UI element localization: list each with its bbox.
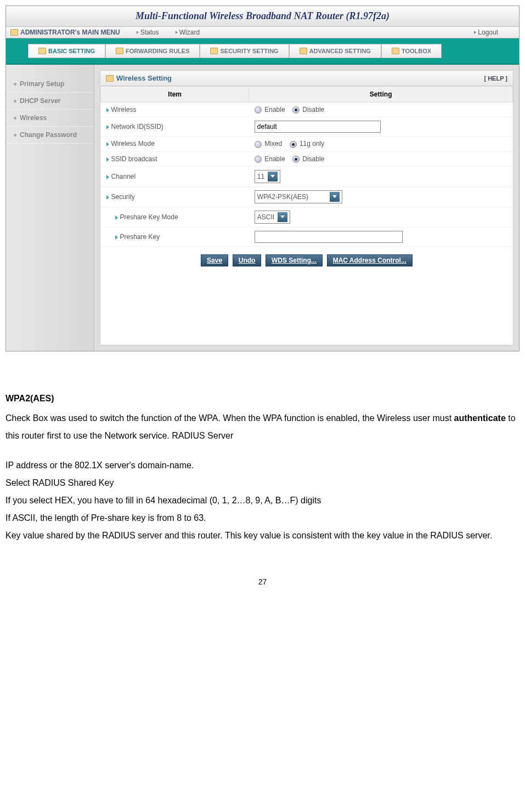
panel-title: Wireless Setting — [106, 74, 172, 82]
radio-mode-11g[interactable] — [290, 141, 297, 148]
tab-toolbox[interactable]: TOOLBOX — [381, 44, 442, 58]
sidebar-item-dhcp-server[interactable]: DHCP Server — [6, 93, 94, 110]
row-ssid-broadcast: SSID broadcast Enable Disable — [101, 151, 513, 166]
th-setting: Setting — [249, 87, 513, 103]
arrow-icon — [106, 157, 109, 162]
row-wireless-mode: Wireless Mode Mixed 11g only — [101, 137, 513, 151]
tab-toolbox-label: TOOLBOX — [402, 48, 431, 54]
radio-label: 11g only — [300, 140, 324, 147]
paragraph: Select RADIUS Shared Key — [5, 474, 520, 492]
sidebar-item-primary-setup[interactable]: Primary Setup — [6, 76, 94, 93]
select-value: 11 — [257, 173, 264, 180]
channel-select[interactable]: 11 — [255, 170, 280, 183]
admin-menu-label: ADMINISTRATOR's MAIN MENU — [10, 29, 120, 36]
sidebar-item-label: Wireless — [20, 114, 47, 122]
sidebar-item-change-password[interactable]: Change Password — [6, 127, 94, 144]
section-heading: WPA2(AES) — [5, 390, 520, 407]
row-preshare-key: Preshare Key — [101, 227, 513, 246]
tab-security-label: SECURITY SETTING — [220, 48, 278, 54]
sidebar-item-wireless[interactable]: Wireless — [6, 110, 94, 127]
folder-icon — [106, 75, 114, 82]
menu-status-label: Status — [140, 29, 159, 36]
row-wireless: Wireless Enable Disable — [101, 103, 513, 117]
arrow-icon — [106, 142, 109, 146]
security-select[interactable]: WPA2-PSK(AES) — [255, 190, 342, 203]
content-area: Primary Setup DHCP Server Wireless Chang… — [6, 65, 519, 351]
menu-wizard[interactable]: Wizard — [176, 29, 200, 36]
radio-mode-mixed[interactable] — [255, 141, 262, 148]
sidebar-item-label: DHCP Server — [20, 97, 60, 105]
page-number: 27 — [0, 555, 525, 592]
top-menu-bar: ADMINISTRATOR's MAIN MENU Status Wizard … — [6, 27, 519, 38]
mac-address-control-button[interactable]: MAC Address Control... — [327, 254, 413, 266]
settings-table: Item Setting Wireless Enable Disable Net… — [100, 86, 513, 247]
row-ssid: Network ID(SSID) — [101, 117, 513, 137]
help-link[interactable]: [ HELP ] — [484, 75, 507, 82]
folder-icon — [210, 48, 218, 54]
paragraph: If ASCII, the length of Pre-share key is… — [5, 509, 520, 527]
arrow-icon — [176, 31, 178, 34]
row-label: Channel — [111, 173, 136, 180]
panel-title-text: Wireless Setting — [116, 74, 172, 82]
radio-broadcast-disable[interactable] — [292, 156, 300, 163]
text-bold: authenticate — [454, 413, 506, 423]
main-panel: Wireless Setting [ HELP ] Item Setting W… — [100, 70, 513, 345]
arrow-icon — [115, 235, 118, 240]
paragraph: Key value shared by the RADIUS server an… — [5, 527, 520, 544]
bullet-icon — [14, 100, 16, 103]
radio-label: Disable — [302, 106, 324, 113]
menu-logout[interactable]: Logout — [474, 29, 498, 36]
arrow-icon — [106, 108, 109, 112]
tab-basic-setting[interactable]: BASIC SETTING — [28, 44, 105, 58]
paragraph: IP address or the 802.1X server's domain… — [5, 457, 520, 474]
admin-menu-text: ADMINISTRATOR's MAIN MENU — [20, 29, 120, 36]
row-preshare-mode: Preshare Key Mode ASCII — [101, 207, 513, 227]
tab-advanced-setting[interactable]: ADVANCED SETTING — [289, 44, 381, 58]
tab-strip: BASIC SETTING FORWARDING RULES SECURITY … — [6, 38, 519, 65]
menu-wizard-label: Wizard — [179, 29, 200, 36]
radio-label: Mixed — [264, 140, 282, 147]
arrow-icon — [106, 125, 109, 129]
router-admin-screenshot: Multi-Functional Wireless Broadband NAT … — [5, 5, 520, 351]
button-row: Save Undo WDS Setting... MAC Address Con… — [100, 247, 513, 274]
bullet-icon — [14, 83, 16, 86]
ssid-input[interactable] — [255, 121, 381, 133]
sidebar: Primary Setup DHCP Server Wireless Chang… — [6, 65, 94, 351]
tab-forwarding-rules[interactable]: FORWARDING RULES — [105, 44, 200, 58]
folder-icon — [116, 48, 123, 54]
arrow-icon — [137, 31, 139, 34]
tab-forwarding-label: FORWARDING RULES — [126, 48, 190, 54]
tab-advanced-label: ADVANCED SETTING — [309, 48, 371, 54]
wds-setting-button[interactable]: WDS Setting... — [266, 254, 323, 266]
row-label: SSID broadcast — [111, 155, 157, 163]
folder-icon — [300, 48, 307, 54]
th-item: Item — [101, 87, 249, 103]
row-channel: Channel 11 — [101, 166, 513, 186]
row-label: Security — [111, 193, 135, 201]
document-body-text: WPA2(AES) Check Box was used to switch t… — [0, 357, 525, 555]
app-title: Multi-Functional Wireless Broadband NAT … — [136, 10, 389, 21]
arrow-icon — [106, 195, 109, 200]
title-bar: Multi-Functional Wireless Broadband NAT … — [6, 6, 519, 27]
radio-broadcast-enable[interactable] — [255, 156, 262, 163]
text-run: Check Box was used to switch the functio… — [5, 413, 454, 423]
dropdown-icon — [268, 172, 278, 181]
folder-icon — [392, 48, 399, 54]
paragraph: If you select HEX, you have to fill in 6… — [5, 492, 520, 509]
bullet-icon — [14, 134, 16, 137]
panel-header: Wireless Setting [ HELP ] — [100, 71, 513, 86]
preshare-mode-select[interactable]: ASCII — [255, 211, 290, 224]
tab-security-setting[interactable]: SECURITY SETTING — [200, 44, 289, 58]
preshare-key-input[interactable] — [255, 231, 403, 243]
radio-wireless-disable[interactable] — [292, 106, 300, 113]
row-label: Network ID(SSID) — [111, 123, 163, 130]
radio-label: Enable — [264, 155, 285, 163]
folder-icon — [10, 29, 18, 36]
folder-icon — [38, 48, 46, 54]
radio-label: Disable — [302, 155, 324, 163]
save-button[interactable]: Save — [201, 254, 228, 266]
radio-wireless-enable[interactable] — [255, 106, 262, 113]
menu-status[interactable]: Status — [137, 29, 159, 36]
undo-button[interactable]: Undo — [233, 254, 262, 266]
dropdown-icon — [330, 192, 340, 202]
